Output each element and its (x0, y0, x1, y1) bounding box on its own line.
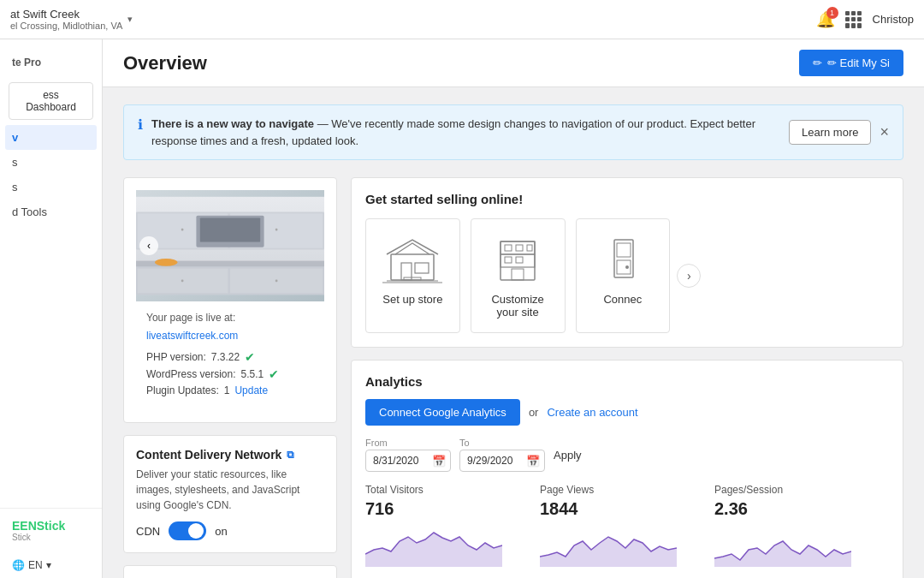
apply-button[interactable]: Apply (554, 445, 582, 465)
wp-check-icon: ✔ (269, 367, 279, 381)
brand-name: EENStick (12, 519, 90, 533)
php-version: 7.3.22 (211, 351, 240, 363)
layout: te Pro ess Dashboard v s s d Tools EENSt… (0, 39, 924, 578)
grid-icon[interactable] (845, 11, 862, 28)
language-label: EN (28, 559, 43, 571)
action-card-store[interactable]: Set up store (365, 218, 460, 333)
toggle-knob (188, 523, 204, 539)
main-content: ℹ There is a new way to navigate — We've… (103, 87, 924, 578)
svg-rect-31 (617, 243, 631, 257)
left-panel: ‹ Your page is live at: liveatswiftcreek… (123, 177, 337, 578)
customize-icon (488, 233, 548, 284)
sidebar-item-3[interactable]: s (0, 175, 102, 200)
store-icon (382, 233, 442, 284)
svg-rect-8 (200, 217, 260, 241)
analytics-title: Analytics (365, 374, 889, 389)
chevron-down-icon: ▾ (127, 14, 133, 25)
analytics-card: Analytics Connect Google Analytics or Cr… (351, 360, 903, 578)
sidebar-item-2[interactable]: s (0, 150, 102, 175)
get-started-card: Get started selling online! (351, 177, 903, 348)
main-area: Overview ✏ ✏ Edit My Si ℹ There is a new… (103, 39, 924, 578)
notification-bell[interactable]: 🔔 1 (816, 10, 835, 29)
carousel-next-button[interactable]: › (677, 264, 701, 288)
connect-google-analytics-button[interactable]: Connect Google Analytics (365, 399, 520, 426)
from-label: From (365, 438, 451, 448)
from-date-group: From 📅 (365, 438, 451, 472)
to-date-wrap: 📅 (459, 450, 545, 472)
stat-pages-session: Pages/Session 2.36 (714, 484, 889, 569)
express-pro-label: te Pro (0, 48, 102, 77)
to-label: To (459, 438, 545, 448)
topbar-left: at Swift Creek el Crossing, Midlothian, … (10, 8, 133, 31)
cdn-description: Deliver your static resources, like imag… (136, 467, 324, 513)
edit-btn-label: ✏ Edit My Si (827, 57, 890, 69)
cdn-toggle-state: on (215, 525, 227, 538)
stat-value-session: 2.36 (714, 499, 889, 519)
topbar-right: 🔔 1 Christop (816, 10, 914, 29)
svg-marker-36 (714, 541, 851, 567)
wp-label: WordPress version: (146, 368, 235, 380)
info-banner-text: There is a new way to navigate — We've r… (151, 116, 789, 149)
svg-marker-35 (540, 537, 677, 567)
kitchen-preview-svg (136, 190, 324, 301)
svg-rect-26 (527, 245, 532, 251)
info-banner-left: ℹ There is a new way to navigate — We've… (138, 116, 789, 149)
overview-grid: ‹ Your page is live at: liveatswiftcreek… (123, 177, 903, 578)
connect-icon (593, 233, 653, 284)
page-title: Overview (123, 52, 207, 74)
stat-page-views: Page Views 1844 (540, 484, 714, 569)
lang-chevron-icon: ▾ (46, 559, 51, 571)
learn-more-button[interactable]: Learn more (789, 120, 871, 145)
action-card-connect[interactable]: Connec (576, 218, 671, 333)
svg-rect-24 (505, 245, 512, 251)
svg-rect-27 (505, 257, 512, 263)
sidebar-item-overview[interactable]: v (5, 125, 97, 150)
svg-rect-17 (415, 263, 429, 273)
site-name-topbar[interactable]: at Swift Creek el Crossing, Midlothian, … (10, 8, 122, 31)
to-calendar-icon: 📅 (526, 455, 540, 468)
close-banner-button[interactable]: × (880, 123, 889, 141)
site-preview-image: ‹ (136, 190, 324, 301)
session-chart (714, 524, 851, 567)
sidebar-language[interactable]: 🌐 EN ▾ (0, 552, 102, 578)
edit-my-site-button[interactable]: ✏ ✏ Edit My Si (799, 50, 903, 76)
cdn-toggle-label: CDN (136, 525, 160, 538)
site-info: Your page is live at: liveatswiftcreek.c… (136, 301, 324, 410)
visitors-chart (365, 524, 502, 567)
pageviews-chart (540, 524, 677, 567)
get-started-title: Get started selling online! (365, 192, 889, 206)
info-banner-actions: Learn more × (789, 120, 889, 145)
sidebar: te Pro ess Dashboard v s s d Tools EENSt… (0, 39, 103, 578)
cdn-external-link-icon[interactable]: ⧉ (287, 449, 294, 461)
stats-row: Total Visitors 716 Page Views 1844 (365, 484, 889, 569)
cdn-toggle[interactable] (169, 521, 206, 540)
pencil-icon: ✏ (813, 57, 822, 69)
carousel-prev-button[interactable]: ‹ (139, 236, 158, 255)
stat-label-visitors: Total Visitors (365, 484, 540, 496)
sidebar-brand: EENStick Stick (0, 508, 102, 552)
chevron-right-icon: › (687, 269, 691, 283)
topbar: at Swift Creek el Crossing, Midlothian, … (0, 0, 924, 39)
action-card-connect-label: Connec (603, 293, 642, 306)
press-dashboard-button[interactable]: ess Dashboard (9, 82, 93, 120)
info-icon: ℹ (138, 116, 143, 133)
globe-icon: 🌐 (12, 559, 25, 571)
username-label[interactable]: Christop (873, 13, 914, 26)
svg-rect-5 (275, 229, 278, 231)
from-calendar-icon: 📅 (432, 455, 446, 468)
date-range-row: From 📅 To 📅 (365, 438, 889, 472)
plugin-update-link[interactable]: Update (234, 384, 268, 396)
svg-rect-15 (391, 254, 434, 280)
action-card-customize-label: Customize your site (482, 293, 554, 319)
site-url-link[interactable]: liveatswiftcreek.com (146, 330, 238, 342)
action-card-customize[interactable]: Customize your site (471, 218, 566, 333)
brand-sub: Stick (12, 533, 90, 542)
stat-value-pageviews: 1844 (540, 499, 714, 519)
svg-rect-29 (512, 269, 524, 280)
site-preview-card: ‹ Your page is live at: liveatswiftcreek… (123, 177, 337, 423)
analytics-connect-row: Connect Google Analytics or Create an ac… (365, 399, 889, 426)
sidebar-item-tools[interactable]: d Tools (0, 200, 102, 224)
notification-badge: 1 (826, 7, 838, 19)
create-account-link[interactable]: Create an account (547, 406, 637, 419)
svg-rect-23 (500, 254, 535, 267)
